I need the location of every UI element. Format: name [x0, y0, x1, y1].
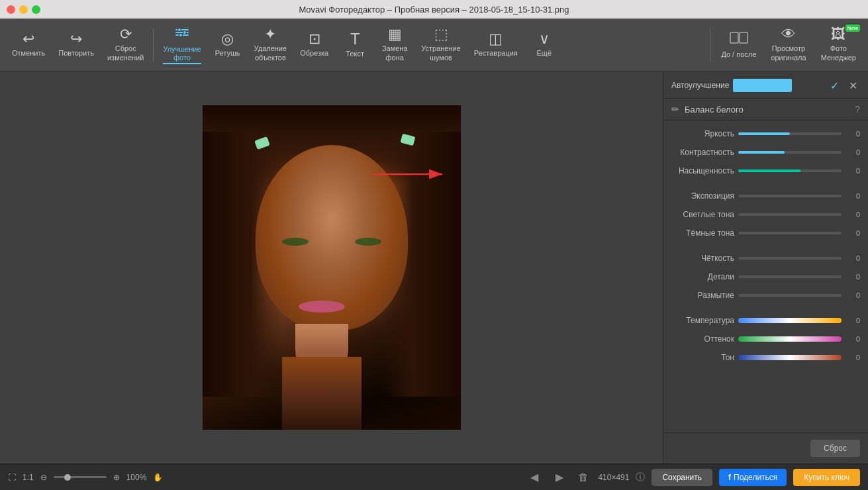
clarity-slider[interactable] [738, 257, 842, 260]
remove-objects-icon: ✦ [264, 27, 276, 42]
pencil-icon: ✏ [671, 104, 679, 115]
preview-label: Просмотроригинала [771, 44, 806, 62]
brightness-label: Яркость [671, 129, 734, 138]
share-button[interactable]: f Поделиться [719, 469, 787, 486]
zoom-in-button[interactable]: ⊕ [113, 473, 120, 482]
saturation-value: 0 [845, 167, 860, 175]
tint-slider[interactable] [738, 336, 842, 342]
highlights-value: 0 [845, 211, 860, 219]
canvas-area[interactable] [0, 72, 663, 464]
exposure-label: Экспозиция [671, 191, 734, 201]
delete-button[interactable]: 🗑 [575, 469, 591, 486]
slider-row-blur: Размытие 0 [663, 286, 868, 305]
svg-rect-7 [740, 32, 747, 43]
replace-bg-icon: ▦ [388, 27, 402, 42]
section-gap-1 [663, 180, 868, 187]
photo-portrait [203, 105, 461, 430]
info-button[interactable]: ⓘ [636, 471, 645, 483]
highlights-slider[interactable] [738, 213, 842, 216]
shadows-slider[interactable] [738, 232, 842, 234]
saturation-slider[interactable] [738, 170, 842, 172]
toolbar-item-redo[interactable]: ↪ Повторить [52, 22, 101, 68]
clarity-label: Чёткость [671, 254, 734, 263]
enhance-label: Улучшениефото [163, 45, 201, 64]
white-balance-row: ✏ Баланс белого ? [663, 99, 868, 121]
auto-enhance-label: Автоулучшение [671, 81, 729, 90]
more-label: Ещё [537, 49, 552, 58]
auto-enhance-fill [733, 79, 791, 92]
crop-icon: ⊡ [309, 32, 320, 46]
auto-enhance-section: Автоулучшение ✓ ✕ [663, 72, 868, 99]
brightness-value: 0 [845, 130, 860, 138]
undo-icon: ↩ [23, 32, 34, 46]
reset-button[interactable]: Сброс [810, 440, 860, 457]
slider-row-contrast: Контрастность 0 [663, 143, 868, 162]
slider-row-brightness: Яркость 0 [663, 124, 868, 143]
shadows-value: 0 [845, 229, 860, 237]
zoom-ratio[interactable]: 1:1 [23, 473, 34, 482]
replace-bg-label: Заменафона [382, 44, 408, 62]
before-after-icon [730, 30, 748, 48]
shadows-label: Тёмные тона [671, 228, 734, 238]
help-icon[interactable]: ? [855, 104, 860, 115]
remove-objects-label: Удалениеобъектов [254, 44, 287, 62]
toolbar-item-more[interactable]: ∨ Ещё [524, 22, 564, 68]
details-slider[interactable] [738, 275, 842, 278]
next-image-button[interactable]: ▶ [550, 468, 569, 486]
svg-point-5 [179, 33, 183, 36]
contrast-slider[interactable] [738, 151, 842, 154]
details-value: 0 [845, 273, 860, 281]
redo-label: Повторить [58, 49, 94, 58]
slider-row-clarity: Чёткость 0 [663, 249, 868, 268]
toolbar-item-reset[interactable]: ⟳ Сбросизменений [101, 22, 150, 68]
toolbar-item-remove-objects[interactable]: ✦ Удалениеобъектов [248, 22, 294, 68]
toolbar-item-text[interactable]: T Текст [335, 22, 375, 68]
toolbar-item-photo-manager[interactable]: New 🖼 ФотоМенеджер [814, 22, 863, 68]
toolbar-item-undo[interactable]: ↩ Отменить [5, 22, 52, 68]
zoom-out-button[interactable]: ⊖ [40, 473, 47, 482]
blur-slider[interactable] [738, 294, 842, 297]
toolbar-item-crop[interactable]: ⊡ Обрезка [293, 22, 335, 68]
zoom-thumb[interactable] [64, 474, 71, 481]
reset-label: Сбросизменений [107, 44, 144, 62]
toolbar-item-before-after[interactable]: До / после [714, 22, 763, 68]
saturation-fill [738, 170, 800, 172]
toolbar-item-restore[interactable]: ◫ Реставрация [467, 22, 524, 68]
buy-button[interactable]: Купить ключ [793, 469, 860, 486]
more-icon: ∨ [539, 32, 550, 46]
slider-row-exposure: Экспозиция 0 [663, 187, 868, 205]
toolbar-item-replace-bg[interactable]: ▦ Заменафона [375, 22, 414, 68]
slider-row-shadows: Тёмные тона 0 [663, 224, 868, 242]
auto-enhance-cancel[interactable]: ✕ [845, 78, 860, 93]
status-right: Сохранить f Поделиться Купить ключ [651, 469, 860, 486]
zoom-slider[interactable] [54, 476, 107, 478]
tone-slider[interactable] [738, 355, 842, 360]
slider-row-details: Детали 0 [663, 268, 868, 286]
hand-tool-button[interactable]: ✋ [153, 473, 163, 482]
photo-frame [203, 105, 461, 430]
brightness-slider[interactable] [738, 132, 842, 135]
svg-point-4 [183, 30, 187, 34]
temperature-slider[interactable] [738, 318, 842, 323]
auto-enhance-slider[interactable] [733, 79, 823, 92]
eye-left [282, 238, 309, 246]
toolbar-item-preview[interactable]: 👁 Просмотроригинала [764, 22, 812, 68]
share-label: Поделиться [734, 473, 777, 482]
prev-image-button[interactable]: ◀ [525, 468, 544, 486]
fullscreen-button[interactable]: ⛶ [8, 473, 16, 482]
clarity-value: 0 [845, 254, 860, 262]
auto-enhance-confirm[interactable]: ✓ [827, 78, 842, 93]
toolbar-item-denoise[interactable]: ⬚ Устранениешумов [414, 22, 467, 68]
toolbar-item-retouch[interactable]: ◎ Ретушь [208, 22, 248, 68]
exposure-slider[interactable] [738, 195, 842, 197]
restore-icon: ◫ [489, 32, 503, 46]
save-button[interactable]: Сохранить [651, 469, 712, 486]
main-content: Автоулучшение ✓ ✕ ✏ Баланс белого ? Ярко… [0, 72, 868, 464]
window-controls[interactable] [7, 5, 40, 14]
redo-icon: ↪ [70, 32, 82, 46]
photo-manager-icon: 🖼 [831, 27, 845, 42]
close-button[interactable] [7, 5, 15, 14]
minimize-button[interactable] [19, 5, 28, 14]
maximize-button[interactable] [32, 5, 40, 14]
toolbar-item-enhance[interactable]: Улучшениефото [156, 22, 207, 68]
